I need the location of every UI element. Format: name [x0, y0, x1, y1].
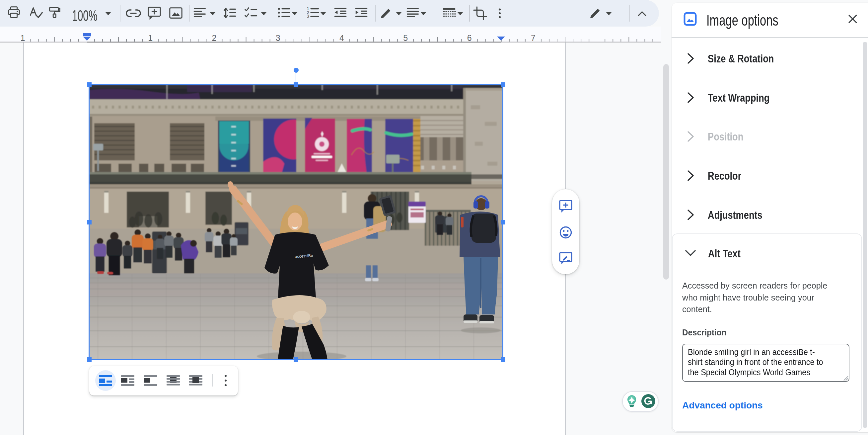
svg-text:2: 2 — [212, 33, 216, 42]
svg-text:4: 4 — [339, 33, 344, 42]
svg-text:7: 7 — [531, 33, 535, 42]
svg-text:6: 6 — [467, 33, 472, 42]
svg-text:1: 1 — [148, 33, 153, 42]
svg-text:5: 5 — [403, 33, 408, 42]
svg-text:1: 1 — [21, 33, 25, 42]
svg-text:3: 3 — [276, 33, 280, 42]
svg-text:3: 3 — [307, 14, 309, 19]
